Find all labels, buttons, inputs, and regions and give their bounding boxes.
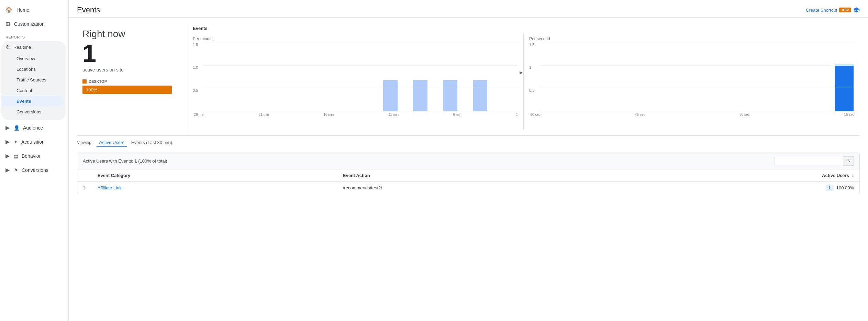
sidebar-item-home[interactable]: 🏠 Home — [0, 3, 68, 17]
view-tabs: Active Users Events (Last 30 min) — [97, 139, 175, 147]
charts-row: Per minute 1.5 1.0 0.5 — [187, 34, 860, 130]
category-link[interactable]: Affiliate Link — [98, 185, 122, 190]
conversions-nav-icon: ▶ — [5, 167, 10, 173]
y-axis-0.5: 0.5 — [193, 88, 198, 92]
right-now-panel: Right now 1 active users on site DESKTOP… — [77, 23, 187, 133]
device-dot — [82, 79, 87, 84]
y-axis-1.5: 1.5 — [193, 43, 198, 47]
chart-arrow: ▶ — [520, 70, 523, 75]
charts-section: Events Per minute 1.5 1.0 0.5 — [187, 23, 860, 133]
active-label: active users on site — [82, 67, 176, 73]
per-second-label: Per second — [529, 36, 854, 41]
viewing-section: Viewing: Active Users Events (Last 30 mi… — [77, 135, 860, 147]
sidebar-item-audience[interactable]: ▶ 👤 Audience — [0, 121, 68, 135]
right-now-label: Right now — [82, 29, 176, 40]
sidebar-item-realtime[interactable]: ⏱ Realtime — [1, 41, 66, 53]
y-axis-1.0: 1.0 — [193, 65, 198, 69]
sort-icon: ↓ — [852, 173, 854, 178]
realtime-label: Realtime — [13, 45, 31, 50]
per-sec-y-0.5: 0.5 — [529, 88, 534, 92]
sidebar-item-customization[interactable]: ⊞ Customization — [0, 17, 68, 31]
col-num — [77, 169, 92, 182]
search-icon — [846, 158, 851, 163]
col-event-action: Event Action — [337, 169, 619, 182]
right-now-section: Right now 1 active users on site DESKTOP… — [77, 23, 860, 133]
table-info-text: Active Users with Events: 1 (100% of tot… — [83, 158, 167, 164]
table-search-row — [775, 156, 854, 166]
acquisition-icon: ▶ — [5, 139, 10, 145]
page-title: Events — [77, 5, 100, 14]
create-shortcut-label: Create Shortcut — [806, 8, 837, 13]
sidebar-sub-events[interactable]: Events — [1, 96, 63, 107]
col-event-category: Event Category — [92, 169, 337, 182]
sidebar-customization-label: Customization — [14, 21, 45, 27]
x-axis-per-min: -26 min -21 min -16 min -11 min -6 min -… — [193, 113, 518, 117]
audience-icon: ▶ — [5, 124, 10, 131]
tab-events-30min[interactable]: Events (Last 30 min) — [129, 139, 175, 147]
progress-bar-text: 100% — [86, 87, 97, 92]
behavior-label: Behavior — [22, 153, 41, 159]
col-active-users: Active Users ↓ — [619, 169, 859, 182]
main-content: Events Create Shortcut BETA Right now 1 … — [69, 0, 868, 321]
viewing-label: Viewing: — [77, 140, 92, 145]
audience-label: Audience — [23, 125, 43, 131]
x-axis-per-sec: -60 sec -45 sec -30 sec -15 sec — [529, 113, 854, 117]
graduation-cap-icon — [853, 7, 860, 13]
create-shortcut-button[interactable]: Create Shortcut BETA — [806, 7, 860, 13]
customization-icon: ⊞ — [5, 21, 10, 27]
bar-15 — [413, 80, 427, 111]
per-minute-label: Per minute — [193, 36, 518, 41]
table-header-row: Event Category Event Action Active Users… — [77, 169, 859, 182]
sidebar-sub-locations[interactable]: Locations — [1, 64, 66, 75]
sidebar-sub-conversions[interactable]: Conversions — [1, 107, 66, 117]
sidebar-item-behavior[interactable]: ▶ ▤ Behavior — [0, 149, 68, 163]
table-count: 1 — [134, 158, 137, 164]
device-label: DESKTOP — [82, 79, 176, 84]
row-count-cell: 1 100.00% — [619, 182, 859, 194]
realtime-subitems: Overview Locations Traffic Sources Conte… — [1, 53, 66, 120]
row-category: Affiliate Link — [92, 182, 337, 194]
charts-title: Events — [187, 26, 860, 34]
row-count-badge: 1 — [826, 185, 834, 191]
bar-19 — [473, 80, 488, 111]
per-second-chart: Per second 1.5 1 0.5 — [523, 34, 860, 130]
bar-13 — [383, 80, 398, 111]
table-row: 1. Affiliate Link /recommends/test2/ 1 1… — [77, 182, 859, 194]
table-percent: (100% of total) — [138, 158, 167, 164]
table-search-button[interactable] — [843, 156, 854, 166]
table-info-bar: Active Users with Events: 1 (100% of tot… — [77, 153, 859, 169]
row-action: /recommends/test2/ — [337, 182, 619, 194]
page-content: Right now 1 active users on site DESKTOP… — [69, 18, 868, 200]
device-section: DESKTOP 100% — [82, 79, 176, 94]
per-minute-chart: Per minute 1.5 1.0 0.5 — [187, 34, 523, 130]
sidebar-sub-content[interactable]: Content — [1, 85, 66, 96]
behavior-icon: ▶ — [5, 153, 10, 159]
home-icon: 🏠 — [5, 7, 12, 13]
realtime-section: ⏱ Realtime Overview Locations Traffic So… — [0, 41, 68, 120]
sidebar-sub-traffic-sources[interactable]: Traffic Sources — [1, 75, 66, 85]
reports-section-label: REPORTS — [0, 31, 68, 41]
per-sec-y-1: 1 — [529, 65, 534, 69]
page-header: Events Create Shortcut BETA — [69, 0, 868, 18]
sidebar: 🏠 Home ⊞ Customization REPORTS ⏱ Realtim… — [0, 0, 69, 321]
conversions-label: Conversions — [22, 167, 48, 173]
row-percent: 100.00% — [836, 185, 854, 190]
sidebar-item-conversions[interactable]: ▶ ⚑ Conversions — [0, 163, 68, 177]
sidebar-item-acquisition[interactable]: ▶ ✦ Acquisition — [0, 135, 68, 149]
events-table-section: Active Users with Events: 1 (100% of tot… — [77, 153, 860, 194]
sidebar-sub-overview[interactable]: Overview — [1, 53, 66, 64]
tab-active-users[interactable]: Active Users — [97, 139, 127, 147]
active-count: 1 — [82, 41, 176, 66]
row-num: 1. — [77, 182, 92, 194]
events-table: Event Category Event Action Active Users… — [77, 169, 859, 194]
sidebar-home-label: Home — [16, 7, 29, 13]
per-sec-y-1.5: 1.5 — [529, 43, 534, 47]
beta-badge: BETA — [839, 8, 851, 12]
acquisition-label: Acquisition — [21, 139, 45, 145]
realtime-icon: ⏱ — [5, 45, 10, 50]
progress-bar: 100% — [82, 86, 172, 94]
bar-17 — [443, 80, 458, 111]
table-search-input[interactable] — [775, 157, 843, 165]
